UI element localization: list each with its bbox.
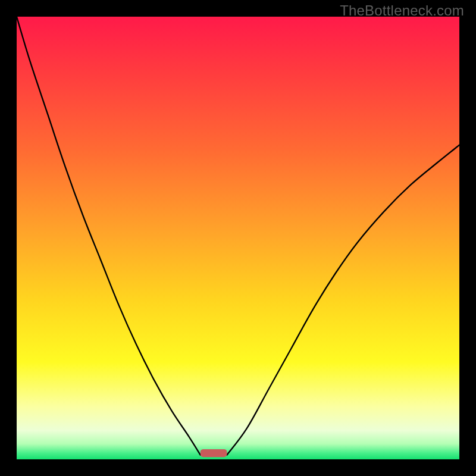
curve-left-branch	[17, 17, 201, 455]
plot-area	[17, 17, 459, 459]
curve-right-branch	[227, 145, 459, 455]
chart-frame: TheBottleneck.com	[0, 0, 476, 476]
curve-layer	[17, 17, 459, 459]
optimum-marker	[201, 449, 227, 457]
